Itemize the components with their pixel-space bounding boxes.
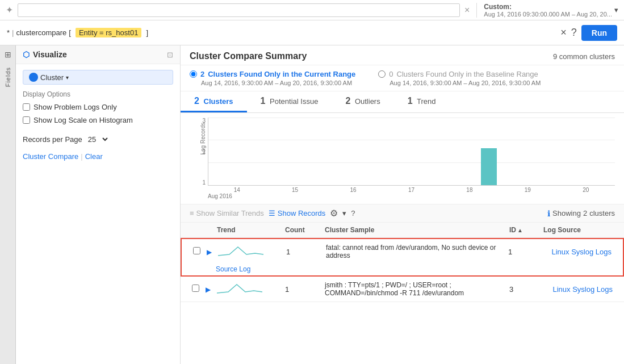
clear-search-button[interactable]: ×	[560, 27, 567, 39]
toolbar: ≡ Show Similar Trends ☰ Show Records ⚙ ▾…	[181, 204, 624, 223]
tab-trend[interactable]: 1 Trend	[394, 91, 450, 112]
tab-trend-count: 1	[408, 96, 413, 106]
x-label-18: 18	[466, 187, 472, 193]
records-per-page-select[interactable]: 25 50 100	[86, 135, 110, 144]
top-search-input[interactable]	[18, 3, 460, 17]
show-problem-logs-checkbox[interactable]	[23, 103, 30, 111]
row1-checkbox-cell	[191, 246, 204, 257]
show-similar-trends-label: Show Similar Trends	[196, 209, 264, 217]
toolbar-chevron-icon[interactable]: ▾	[342, 209, 346, 217]
row2-checkbox-cell	[190, 283, 203, 295]
x-label-15: 15	[292, 187, 298, 193]
x-axis-aug: Aug 2016	[208, 193, 615, 199]
display-options-title: Display Options	[23, 90, 173, 98]
fields-label: Fields	[5, 67, 11, 87]
run-button[interactable]: Run	[581, 25, 617, 41]
header-id: ID ▲	[507, 225, 541, 235]
table-row: ▶ 1 jsmith : TTY=pts/1 ; PWD=/ ; USER=ro…	[181, 277, 624, 302]
gear-icon[interactable]: ⚙	[330, 208, 338, 219]
header-checkbox	[190, 225, 203, 235]
cluster-label: Cluster	[40, 73, 64, 82]
row1-play-button[interactable]: ▶	[207, 248, 212, 256]
tab-outliers[interactable]: 2 Outliers	[332, 91, 393, 112]
tab-clusters[interactable]: 2 Clusters	[181, 91, 247, 112]
cluster-select-button[interactable]: Cluster ▾	[23, 70, 173, 85]
current-range-count: 2	[200, 70, 204, 78]
entity-filter[interactable]: Entity = rs_host01	[76, 28, 141, 37]
clear-link[interactable]: Clear	[85, 152, 103, 161]
x-label-14: 14	[234, 187, 240, 193]
left-sidebar: ⊞ Fields	[0, 45, 16, 364]
asterisk: *	[7, 28, 10, 37]
x-label-16: 16	[350, 187, 356, 193]
display-options: Display Options Show Problem Logs Only S…	[16, 90, 180, 129]
cluster-circle-icon	[29, 73, 38, 82]
toolbar-help-icon[interactable]: ?	[351, 209, 355, 217]
row1-checkbox[interactable]	[193, 247, 200, 254]
table-row-2-content: ▶ 1 jsmith : TTY=pts/1 ; PWD=/ ; USER=ro…	[181, 277, 624, 302]
baseline-range-option: 0 Clusters Found Only in the Baseline Ra…	[378, 70, 541, 86]
show-problem-logs-row: Show Problem Logs Only	[23, 103, 173, 111]
show-problem-logs-label: Show Problem Logs Only	[33, 103, 117, 111]
show-log-scale-label: Show Log Scale on Histogram	[33, 116, 133, 124]
cluster-dropdown-icon[interactable]: ▾	[66, 74, 69, 81]
bracket-open: [	[69, 28, 71, 37]
summary-header: Cluster Compare Summary 9 common cluster…	[181, 45, 624, 65]
top-close-icon[interactable]: ×	[464, 5, 470, 15]
current-range-radio[interactable]	[190, 70, 197, 78]
records-per-page-label: Records per Page	[23, 135, 82, 144]
time-range-chevron[interactable]: ▾	[614, 6, 618, 14]
row1-id: 1	[506, 246, 540, 257]
x-label-17: 17	[408, 187, 414, 193]
search-bar: * | clustercompare [ Entity = rs_host01 …	[0, 20, 624, 45]
show-records-icon: ☰	[269, 209, 275, 217]
help-button[interactable]: ?	[571, 27, 577, 39]
x-label-20: 20	[583, 187, 589, 193]
tab-potential-issue[interactable]: 1 Potential Issue	[247, 91, 332, 112]
top-bar: ✦ × Custom: Aug 14, 2016 09:30:00.000 AM…	[0, 0, 624, 20]
row1-log-source[interactable]: Linux Syslog Logs	[540, 246, 614, 257]
header-log-source: Log Source	[541, 225, 615, 235]
header-log-source-label: Log Source	[543, 226, 581, 234]
table-area: ▶ 1 fatal: cannot read from /dev/urandom…	[181, 238, 624, 364]
show-records-button[interactable]: ☰ Show Records	[269, 209, 326, 217]
panel-right: Cluster Compare Summary 9 common cluster…	[181, 45, 624, 364]
custom-dates: Aug 14, 2016 09:30:00.000 AM – Aug 20, 2…	[484, 11, 612, 18]
header-id-label: ID	[509, 226, 516, 234]
tab-outliers-label: Outliers	[355, 97, 380, 106]
search-command: clustercompare	[16, 28, 66, 37]
showing-prefix: Showing	[552, 209, 581, 217]
show-similar-trends-button[interactable]: ≡ Show Similar Trends	[190, 209, 264, 217]
table-header: Trend Count Cluster Sample ID ▲ Log Sour…	[181, 223, 624, 238]
custom-label: Custom:	[484, 3, 612, 11]
row2-play-button[interactable]: ▶	[206, 286, 211, 294]
tab-clusters-count: 2	[194, 96, 199, 106]
row2-log-source[interactable]: Linux Syslog Logs	[541, 284, 615, 295]
sidebar-icon[interactable]: ⊞	[5, 50, 11, 59]
search-actions: × ? Run	[560, 25, 617, 41]
baseline-label: Clusters Found Only in the Baseline Rang…	[397, 70, 538, 78]
baseline-dates: Aug 14, 2016, 9:30:00 AM – Aug 20, 2016,…	[390, 80, 541, 86]
tab-trend-label: Trend	[417, 97, 435, 106]
baseline-count: 0	[389, 70, 393, 78]
baseline-range-radio[interactable]	[378, 70, 386, 78]
chart-bar	[481, 148, 497, 185]
show-log-scale-checkbox[interactable]	[23, 116, 30, 124]
main-layout: ⊞ Fields ⬡ Visualize ⊡ Cluster ▾ Display…	[0, 45, 624, 364]
row1-trend-chart	[218, 244, 263, 258]
show-records-label: Show Records	[278, 209, 326, 217]
current-range-dates: Aug 14, 2016, 9:30:00 AM – Aug 20, 2016,…	[201, 80, 355, 86]
panel-links: Cluster Compare | Clear	[16, 150, 180, 163]
records-per-page-row: Records per Page 25 50 100	[23, 135, 173, 144]
sort-asc-icon[interactable]: ▲	[517, 227, 523, 233]
showing-suffix: clusters	[589, 209, 615, 217]
current-range-row: 2 Clusters Found Only in the Current Ran…	[190, 70, 355, 78]
panel-expand-icon[interactable]: ⊡	[167, 51, 173, 59]
panel-left: ⬡ Visualize ⊡ Cluster ▾ Display Options …	[16, 45, 181, 364]
source-log-row1[interactable]: Source Log	[182, 264, 623, 275]
cluster-compare-link[interactable]: Cluster Compare	[23, 152, 78, 161]
row2-play-cell: ▶	[203, 284, 215, 295]
row2-checkbox[interactable]	[192, 284, 199, 292]
header-trend-label: Trend	[217, 226, 236, 234]
header-sample-label: Cluster Sample	[325, 226, 374, 234]
